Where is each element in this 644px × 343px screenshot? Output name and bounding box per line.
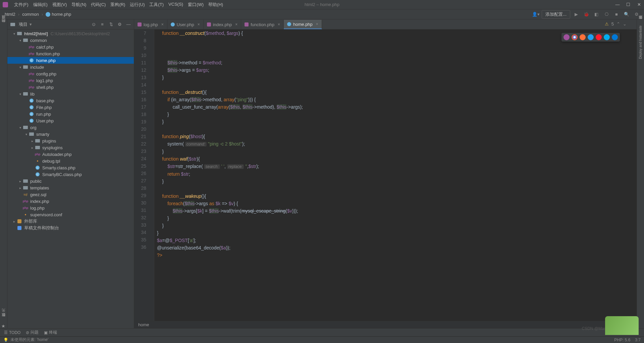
- tree-item[interactable]: phpshell.php: [7, 84, 134, 91]
- notification-balloon[interactable]: [605, 316, 639, 335]
- coverage-icon[interactable]: ◧: [592, 10, 600, 18]
- tree-item[interactable]: phplog.php: [7, 205, 134, 211]
- close-tab-icon[interactable]: ×: [235, 22, 237, 27]
- tree-item[interactable]: Chome.php: [7, 57, 134, 64]
- code-breadcrumb[interactable]: home: [134, 321, 637, 328]
- add-config-button[interactable]: 添加配置...: [542, 10, 570, 19]
- tree-item[interactable]: Crun.php: [7, 111, 134, 117]
- tree-item[interactable]: ▸sysplugins: [7, 144, 134, 151]
- gutter-deploy[interactable]: Deploy and Instantiate: [639, 25, 642, 59]
- hide-icon[interactable]: —: [126, 22, 131, 27]
- tree-item[interactable]: CFile.php: [7, 104, 134, 111]
- chevron-icon[interactable]: ▸: [19, 179, 23, 183]
- warning-icon[interactable]: ⚠: [605, 21, 609, 26]
- stop-icon[interactable]: ■: [612, 10, 621, 18]
- close-tab-icon[interactable]: ×: [278, 22, 280, 27]
- menu-item[interactable]: 运行(U): [128, 1, 147, 8]
- crumb-file[interactable]: home.php: [44, 11, 72, 18]
- breadcrumb: html2 › common › home.php: [3, 11, 72, 18]
- problems-button[interactable]: ⊘ 问题: [26, 330, 39, 335]
- chevron-icon[interactable]: ▸: [32, 139, 35, 143]
- tree-item[interactable]: ▾common: [7, 37, 134, 44]
- tree-item[interactable]: ▾smarty: [7, 131, 134, 137]
- debug-icon[interactable]: 🐞: [582, 10, 590, 18]
- fold-gutter[interactable]: [150, 30, 154, 321]
- close-tab-icon[interactable]: ×: [316, 22, 318, 26]
- tree-item[interactable]: Cbase.php: [7, 97, 134, 104]
- code-editor[interactable]: 7891011121314151617181920212223242526272…: [134, 30, 637, 321]
- tree-item[interactable]: ▾lib: [7, 91, 134, 97]
- tree-item[interactable]: CUser.php: [7, 117, 134, 124]
- php-version[interactable]: PHP: 5.6: [614, 338, 630, 342]
- tree-item[interactable]: phpconfig.php: [7, 70, 134, 77]
- tree-item[interactable]: phpindex.php: [7, 198, 134, 205]
- menu-item[interactable]: 编辑(E): [31, 1, 50, 8]
- crumb-folder[interactable]: common: [21, 11, 40, 17]
- terminal-button[interactable]: ▣ 终端: [44, 330, 57, 335]
- menu-item[interactable]: 重构(R): [108, 1, 127, 8]
- caret-position[interactable]: 3:7: [635, 338, 641, 342]
- chevron-icon[interactable]: ▾: [19, 126, 23, 129]
- editor-tab[interactable]: log.php×: [134, 20, 167, 29]
- chevron-down-icon[interactable]: ▾: [30, 22, 32, 27]
- user-icon[interactable]: 👤▾: [532, 10, 540, 18]
- expand-icon[interactable]: ≡: [100, 22, 105, 27]
- close-tab-icon[interactable]: ×: [161, 22, 164, 27]
- profile-icon[interactable]: ⎔: [602, 10, 610, 18]
- tree-item[interactable]: phpcalcf.php: [7, 44, 134, 50]
- todo-button[interactable]: ☰ TODO: [4, 330, 20, 335]
- menu-item[interactable]: 视图(V): [50, 1, 69, 8]
- menu-item[interactable]: 帮助(H): [206, 1, 225, 8]
- tree-label: debug.tpl: [42, 159, 60, 164]
- tree-item[interactable]: ●debug.tpl: [7, 158, 134, 164]
- code-content[interactable]: function __construct($method, $args) { $…: [154, 30, 637, 321]
- tree-item[interactable]: 草稿文件和控制台: [7, 225, 134, 231]
- chevron-icon[interactable]: ▾: [19, 65, 23, 69]
- chevron-icon[interactable]: ▾: [19, 92, 23, 96]
- quickfix-icon[interactable]: 💡: [3, 338, 8, 342]
- star-icon[interactable]: ★: [1, 324, 6, 328]
- close-tab-icon[interactable]: ×: [198, 22, 200, 27]
- tree-item[interactable]: sqlgeez.sql: [7, 191, 134, 198]
- menu-item[interactable]: 导航(N): [69, 1, 88, 8]
- menu-item[interactable]: VCS(S): [166, 1, 185, 8]
- tree-item[interactable]: phplog1.php: [7, 77, 134, 84]
- chevron-icon[interactable]: ▾: [19, 39, 23, 42]
- maximize-icon[interactable]: ☐: [626, 2, 631, 7]
- settings-icon[interactable]: ⚙: [633, 10, 641, 18]
- tree-item[interactable]: ▾include: [7, 64, 134, 70]
- minimize-icon[interactable]: —: [615, 2, 620, 7]
- menu-item[interactable]: 工具(T): [147, 1, 166, 8]
- search-icon[interactable]: 🔍: [623, 10, 631, 18]
- expand-down-icon[interactable]: ⌄: [623, 21, 627, 26]
- tree-item[interactable]: phpAutoloader.php: [7, 151, 134, 158]
- editor-tab[interactable]: home.php×: [284, 20, 322, 29]
- tree-item[interactable]: CSmartyBC.class.php: [7, 171, 134, 178]
- run-icon[interactable]: ▶: [572, 10, 580, 18]
- locate-icon[interactable]: ⊙: [91, 22, 96, 27]
- close-icon[interactable]: ✕: [637, 2, 641, 7]
- tree-item[interactable]: ▸外部库: [7, 218, 134, 225]
- tree-item[interactable]: CSmarty.class.php: [7, 164, 134, 171]
- tree-item[interactable]: ▸public: [7, 178, 134, 184]
- tree-root[interactable]: ▾html2 [html]C:\Users\86135\Desktop\html…: [7, 30, 134, 37]
- menu-item[interactable]: 代码(C): [89, 1, 108, 8]
- crumb-root[interactable]: html2: [3, 11, 17, 17]
- project-tree[interactable]: ▾html2 [html]C:\Users\86135\Desktop\html…: [7, 30, 134, 328]
- tree-item[interactable]: ▸templates: [7, 184, 134, 191]
- chevron-icon[interactable]: ▾: [25, 132, 29, 136]
- tree-item[interactable]: phpfunction.php: [7, 50, 134, 57]
- editor-tab[interactable]: User.php×: [167, 20, 204, 29]
- tree-item[interactable]: ▸plugins: [7, 137, 134, 144]
- tree-item[interactable]: ▾org: [7, 124, 134, 131]
- chevron-icon[interactable]: ▸: [19, 186, 23, 190]
- chevron-icon[interactable]: ▸: [32, 146, 35, 150]
- collapse-icon[interactable]: ⇅: [108, 22, 114, 27]
- menu-item[interactable]: 文件(F): [12, 1, 31, 8]
- collapse-up-icon[interactable]: ⌃: [616, 21, 620, 26]
- menu-item[interactable]: 窗口(W): [186, 1, 206, 8]
- gear-icon[interactable]: ⚙: [117, 22, 122, 27]
- editor-tab[interactable]: function.php×: [241, 20, 284, 29]
- tree-item[interactable]: ●supervisord.conf: [7, 211, 134, 218]
- editor-tab[interactable]: index.php×: [204, 20, 241, 29]
